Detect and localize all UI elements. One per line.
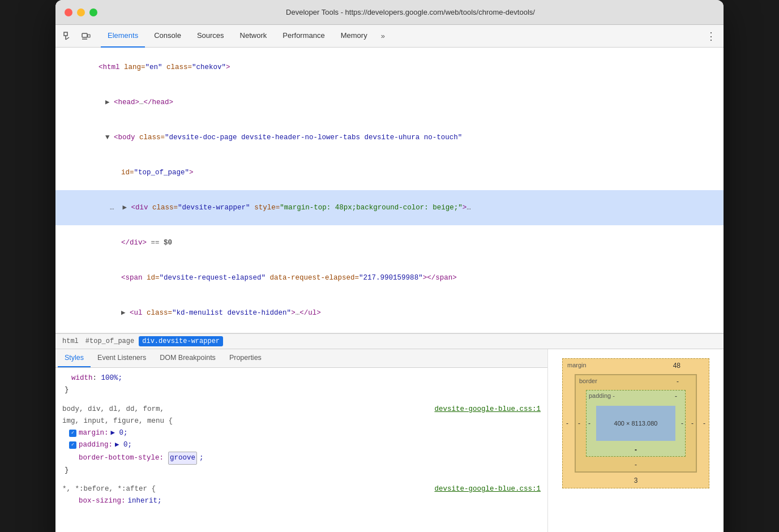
css-file-link2[interactable]: devsite-google-blue.css:1 [434, 483, 541, 495]
tab-performance[interactable]: Performance [276, 25, 331, 48]
content-size: 400 × 8113.080 [614, 420, 658, 427]
content-box: 400 × 8113.080 [596, 406, 675, 441]
devtools-window: Developer Tools - https://developers.goo… [55, 0, 724, 532]
inspect-icon[interactable] [60, 28, 76, 44]
minimize-button[interactable] [77, 8, 85, 16]
breadcrumb-html[interactable]: html [60, 336, 81, 346]
more-tabs-button[interactable]: » [376, 25, 389, 48]
breadcrumb-top-of-page[interactable]: #top_of_page [83, 336, 136, 346]
border-right-value: - [691, 419, 694, 427]
dom-line[interactable]: <html lang="en" class="chekov"> [55, 50, 724, 85]
border-label: border [579, 377, 597, 384]
css-rule-width: width: 100%; } [62, 372, 541, 397]
dom-line[interactable]: ▶ <ul class="kd-menulist devsite-hidden"… [55, 295, 724, 331]
tab-console[interactable]: Console [147, 25, 188, 48]
dom-line[interactable]: </div> == $0 [55, 225, 724, 260]
breadcrumb-devsite-wrapper[interactable]: div.devsite-wrapper [139, 336, 223, 346]
margin-checkbox[interactable] [69, 430, 76, 437]
box-model-diagram: margin 48 3 - - border - - - - [562, 358, 709, 488]
svg-rect-0 [64, 32, 67, 36]
device-icon[interactable] [78, 28, 94, 44]
close-button[interactable] [65, 8, 72, 16]
tab-sources[interactable]: Sources [190, 25, 231, 48]
css-file-link[interactable]: devsite-google-blue.css:1 [434, 404, 541, 415]
dom-line[interactable]: ▼ <body class="devsite-doc-page devsite-… [55, 120, 724, 155]
box-model-panel: margin 48 3 - - border - - - - [548, 349, 724, 532]
border-left-value: - [578, 419, 580, 427]
svg-rect-3 [82, 33, 87, 37]
tab-styles[interactable]: Styles [58, 349, 91, 367]
css-padding-line: padding: ▶ 0; [62, 439, 541, 451]
styles-content: width: 100%; } body, div, dl, dd, form, … [55, 368, 547, 532]
dom-panel: <html lang="en" class="chekov"> ▶ <head>… [55, 48, 724, 333]
border-bottom-value: - [576, 461, 696, 469]
window-title: Developer Tools - https://developers.goo… [106, 8, 714, 16]
css-selector2: img, input, figure, menu { [62, 415, 541, 427]
margin-right-value: - [703, 419, 705, 427]
dom-line[interactable]: <span id="devsite-request-elapsed" data-… [55, 260, 724, 295]
padding-label: padding - [589, 392, 615, 399]
padding-checkbox[interactable] [69, 441, 76, 449]
maximize-button[interactable] [89, 8, 97, 16]
css-brace: } [62, 465, 541, 477]
breadcrumb: html #top_of_page div.devsite-wrapper [55, 333, 724, 349]
css-margin-line: margin: ▶ 0; [62, 427, 541, 439]
css-selector: body, div, dl, dd, form, [62, 404, 177, 415]
groove-highlight: groove [168, 452, 197, 465]
tab-network[interactable]: Network [233, 25, 274, 48]
tab-properties[interactable]: Properties [222, 349, 268, 367]
menu-button[interactable]: ⋮ [703, 28, 719, 44]
styles-panel: Styles Event Listeners DOM Breakpoints P… [55, 349, 548, 532]
tab-elements[interactable]: Elements [101, 25, 145, 48]
margin-bottom-value: 3 [563, 477, 709, 484]
content-bottom-dash: - [562, 445, 709, 453]
padding-top-value: - [675, 392, 677, 400]
css-selector3: *, *:before, *:after { [62, 483, 156, 495]
traffic-lights [65, 8, 97, 16]
styles-tabs: Styles Event Listeners DOM Breakpoints P… [55, 349, 547, 368]
padding-left-value: - [588, 419, 590, 427]
svg-line-2 [66, 37, 69, 40]
css-boxsizing-line: box-sizing: inherit; [62, 495, 541, 507]
margin-label: margin [567, 362, 587, 368]
css-line: width: 100%; [62, 372, 541, 384]
margin-top-value: 48 [673, 362, 680, 370]
border-top-value: - [677, 377, 679, 385]
devtools-toolbar: Elements Console Sources Network Perform… [55, 25, 724, 48]
tab-event-listeners[interactable]: Event Listeners [91, 349, 153, 367]
dom-line[interactable]: id="top_of_page"> [55, 155, 724, 190]
dom-line[interactable]: ▶ <head>…</head> [55, 85, 724, 120]
dom-line-selected[interactable]: … ▶ <div class="devsite-wrapper" style="… [55, 190, 724, 225]
css-rule-reset: body, div, dl, dd, form, devsite-google-… [62, 404, 541, 477]
css-rule-boxsizing: *, *:before, *:after { devsite-google-bl… [62, 483, 541, 508]
tab-memory[interactable]: Memory [334, 25, 374, 48]
bottom-panel: Styles Event Listeners DOM Breakpoints P… [55, 349, 724, 532]
devtools-body: <html lang="en" class="chekov"> ▶ <head>… [55, 48, 724, 532]
css-border-line: border-bottom-style: groove ; [62, 452, 541, 465]
tab-dom-breakpoints[interactable]: DOM Breakpoints [153, 349, 222, 367]
toolbar-icons [60, 28, 94, 44]
margin-left-value: - [566, 419, 568, 427]
svg-rect-4 [88, 35, 90, 37]
tag-html: <html [99, 63, 124, 71]
padding-right-value: - [681, 419, 683, 427]
title-bar: Developer Tools - https://developers.goo… [55, 0, 724, 25]
css-brace: } [62, 384, 541, 396]
